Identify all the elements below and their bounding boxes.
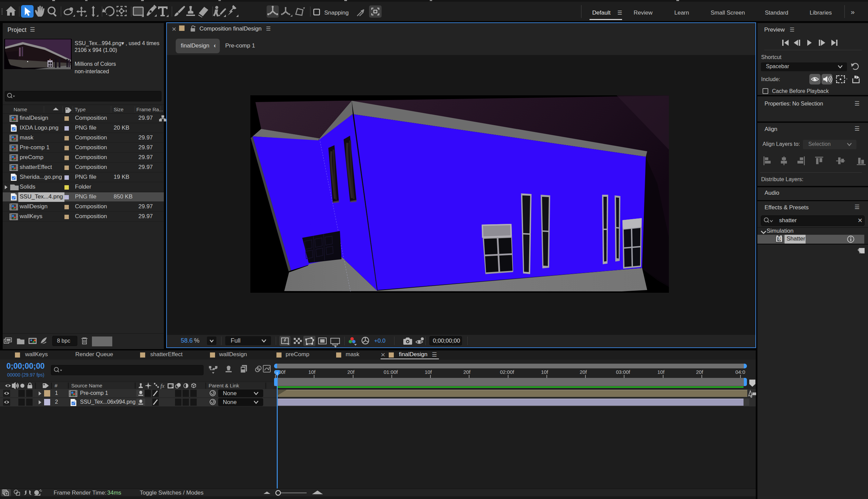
svg-text:fx: fx <box>160 383 164 389</box>
